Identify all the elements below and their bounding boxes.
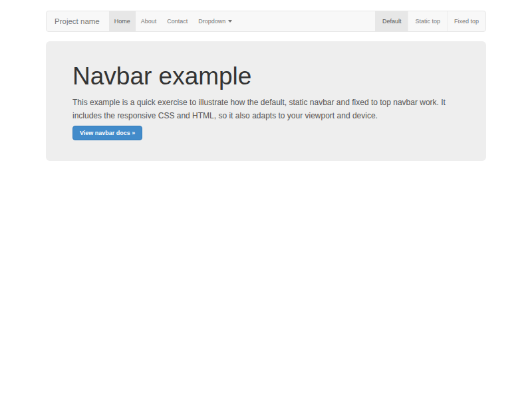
caret-down-icon (228, 20, 232, 23)
jumbotron: Navbar example This example is a quick e… (46, 41, 486, 161)
nav-item-about[interactable]: About (136, 11, 162, 31)
navbar-nav-right: Default Static top Fixed top (375, 11, 485, 31)
navbar-nav: Home About Contact Dropdown (109, 11, 238, 31)
nav-item-fixed-top[interactable]: Fixed top (447, 11, 485, 31)
page: Project name Home About Contact Dropdown… (46, 11, 486, 161)
nav-item-label: Fixed top (454, 18, 479, 25)
view-navbar-docs-button[interactable]: View navbar docs » (72, 126, 142, 140)
jumbotron-description: This example is a quick exercise to illu… (72, 96, 458, 122)
nav-item-contact[interactable]: Contact (162, 11, 193, 31)
page-title: Navbar example (72, 63, 460, 91)
nav-item-dropdown[interactable]: Dropdown (193, 11, 237, 31)
nav-item-label: Static top (415, 18, 440, 25)
nav-item-default[interactable]: Default (375, 11, 408, 31)
navbar-brand[interactable]: Project name (47, 11, 108, 31)
nav-item-label: Home (114, 18, 130, 25)
nav-item-static-top[interactable]: Static top (408, 11, 447, 31)
nav-item-label: Default (382, 18, 402, 25)
nav-item-home[interactable]: Home (109, 11, 136, 31)
nav-item-label: About (141, 18, 157, 25)
nav-item-label: Contact (167, 18, 188, 25)
nav-item-label: Dropdown (198, 18, 225, 25)
navbar: Project name Home About Contact Dropdown… (46, 11, 486, 32)
